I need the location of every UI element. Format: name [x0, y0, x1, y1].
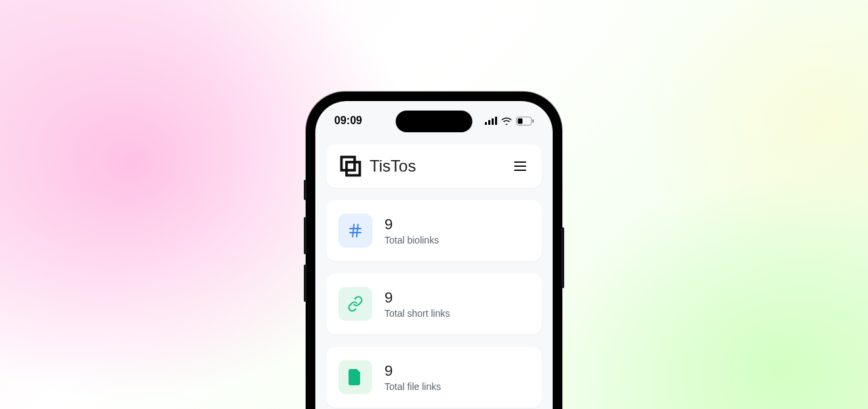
phone-button	[304, 180, 307, 200]
stat-card-biolinks[interactable]: 9 Total biolinks	[326, 200, 542, 261]
stat-text: 9 Total short links	[384, 289, 450, 319]
svg-rect-6	[532, 119, 534, 123]
dynamic-island	[396, 111, 473, 132]
stat-text: 9 Total file links	[384, 362, 441, 392]
stat-card-shortlinks[interactable]: 9 Total short links	[326, 273, 542, 334]
stat-label: Total short links	[384, 308, 450, 319]
stat-text: 9 Total biolinks	[384, 216, 439, 246]
brand[interactable]: TisTos	[338, 154, 416, 178]
hamburger-icon	[514, 161, 526, 171]
stat-value: 9	[384, 216, 439, 233]
wifi-icon	[501, 117, 512, 125]
stat-label: Total biolinks	[384, 235, 439, 246]
file-icon	[338, 360, 372, 394]
stat-label: Total file links	[384, 381, 441, 392]
app-content: TisTos	[315, 135, 553, 409]
brand-logo-icon	[338, 154, 363, 178]
brand-name: TisTos	[370, 157, 416, 176]
svg-line-15	[357, 225, 358, 237]
svg-rect-2	[492, 119, 494, 125]
svg-rect-5	[518, 118, 523, 123]
svg-rect-8	[347, 162, 360, 176]
hash-icon	[338, 214, 372, 248]
app-header: TisTos	[326, 144, 542, 188]
svg-rect-0	[485, 122, 487, 125]
phone-screen: 09:09	[315, 101, 553, 409]
link-icon	[338, 287, 372, 321]
stat-card-filelinks[interactable]: 9 Total file links	[326, 347, 542, 408]
stat-value: 9	[384, 289, 450, 307]
phone-button	[304, 265, 307, 302]
svg-rect-3	[495, 117, 497, 125]
svg-rect-1	[488, 120, 490, 125]
battery-icon	[516, 117, 534, 125]
status-time: 09:09	[334, 115, 362, 127]
phone-button	[304, 217, 307, 254]
svg-line-14	[353, 225, 354, 237]
cellular-signal-icon	[485, 117, 497, 125]
hamburger-menu-button[interactable]	[511, 157, 530, 176]
svg-rect-7	[342, 157, 355, 171]
phone-frame: 09:09	[306, 92, 562, 409]
stat-value: 9	[384, 362, 441, 380]
status-icons	[485, 117, 534, 125]
phone-button	[561, 227, 564, 288]
